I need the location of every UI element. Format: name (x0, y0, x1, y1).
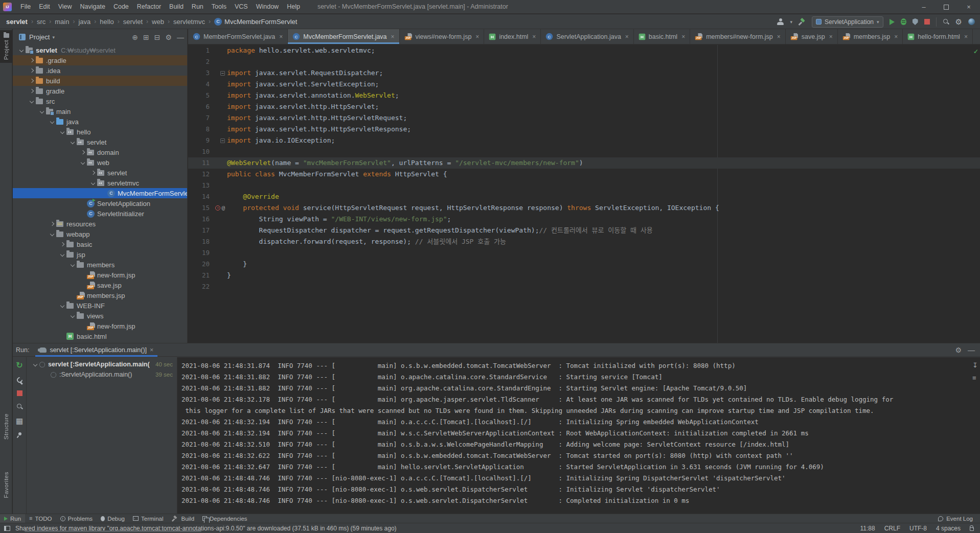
chevron-right-icon[interactable] (29, 68, 33, 73)
tree-item[interactable]: build (13, 76, 187, 86)
tree-item[interactable]: .gradle (13, 55, 187, 65)
line-ending-widget[interactable]: CRLF (884, 525, 900, 532)
chevron-right-icon[interactable] (29, 89, 33, 93)
tree-item[interactable]: basic (13, 239, 187, 249)
filter-icon[interactable] (16, 403, 23, 410)
breadcrumb-item[interactable]: java (77, 18, 92, 26)
tree-item[interactable]: java (13, 117, 187, 127)
toolwindow-button-todo[interactable]: ≡TODO (25, 514, 56, 523)
code-line[interactable]: 19 (188, 247, 980, 259)
toolwindow-button-run[interactable]: Run (0, 514, 25, 523)
code-line[interactable]: 15↑@ protected void service(HttpServletR… (188, 202, 980, 214)
editor-tab[interactable]: Hbasic.html× (634, 29, 690, 44)
chevron-right-icon[interactable] (29, 79, 33, 83)
chevron-down-icon[interactable] (33, 362, 37, 366)
run-tree-item[interactable]: :ServletApplication.main()39 sec (27, 369, 177, 380)
search-icon[interactable] (943, 18, 949, 25)
tree-item[interactable]: JSPnew-form.jsp (13, 270, 187, 280)
tree-item[interactable]: JSPmembers.jsp (13, 290, 187, 300)
run-config-select[interactable]: ServletApplication ▾ (812, 16, 883, 28)
tree-item[interactable]: views (13, 311, 187, 321)
editor-tab[interactable]: JSPsave.jsp× (786, 29, 838, 44)
close-icon[interactable]: × (625, 33, 629, 40)
tree-item[interactable]: servlet (13, 137, 187, 147)
editor-tab[interactable]: CServletApplication.java× (541, 29, 633, 44)
close-icon[interactable]: × (681, 33, 685, 40)
tree-item[interactable]: hello (13, 127, 187, 137)
tree-item[interactable]: web (13, 157, 187, 168)
close-icon[interactable]: × (150, 346, 153, 354)
code-line[interactable]: 22 (188, 281, 980, 292)
indent-widget[interactable]: 4 spaces (936, 525, 961, 532)
chevron-down-icon[interactable] (60, 252, 64, 257)
override-marker-icon[interactable]: ↑ (215, 205, 220, 211)
close-icon[interactable]: × (532, 33, 536, 40)
code-line[interactable]: 21} (188, 270, 980, 281)
toolwindow-button-terminal[interactable]: ›Terminal (129, 514, 167, 523)
tree-item[interactable]: main (13, 106, 187, 117)
expand-all-icon[interactable]: ⊞ (143, 33, 149, 41)
settings-gear-icon[interactable]: ⚙ (955, 18, 962, 26)
menu-file[interactable]: File (16, 0, 35, 14)
menu-run[interactable]: Run (188, 0, 208, 14)
tree-item[interactable]: servlet (13, 168, 187, 178)
chevron-down-icon[interactable] (39, 109, 43, 113)
code-line[interactable]: 4import javax.servlet.ServletException; (188, 79, 980, 90)
toolwindow-button-debug[interactable]: Debug (97, 514, 129, 523)
breadcrumb-item[interactable]: servlet (5, 18, 29, 26)
breadcrumb-item[interactable]: CMvcMemberFormServlet (213, 18, 298, 26)
chevron-right-icon[interactable] (50, 222, 54, 226)
run-tree-item[interactable]: servlet [:ServletApplication.main(40 sec (27, 359, 177, 369)
close-icon[interactable]: × (777, 33, 781, 40)
code-line[interactable]: 20 } (188, 259, 980, 270)
editor-tab[interactable]: JSPmembers#new-form.jsp× (690, 29, 786, 44)
hide-run-panel-icon[interactable]: — (968, 346, 975, 354)
user-icon[interactable] (777, 18, 784, 25)
code-line[interactable]: 11@WebServlet(name = "mvcMemberFormServl… (188, 157, 980, 169)
event-log-button[interactable]: Event Log (938, 516, 980, 522)
stripe-tab-structure[interactable]: Structure (0, 413, 12, 439)
pin-icon[interactable] (16, 432, 22, 438)
stop-button[interactable] (924, 19, 930, 25)
breadcrumb-item[interactable]: servlet (122, 18, 144, 26)
encoding-widget[interactable]: UTF-8 (909, 525, 927, 532)
tree-item[interactable]: JSPsave.jsp (13, 280, 187, 290)
chevron-right-icon[interactable] (29, 58, 33, 62)
soft-wrap-icon[interactable]: ≡ (972, 374, 978, 382)
stripe-tab-favorites[interactable]: Favorites (0, 472, 12, 498)
close-icon[interactable]: × (964, 33, 968, 40)
code-line[interactable]: 17 RequestDispatcher dispatcher = reques… (188, 225, 980, 236)
chevron-down-icon[interactable] (50, 232, 54, 236)
code-line[interactable]: 18 dispatcher.forward(request, response)… (188, 236, 980, 247)
menu-navigate[interactable]: Navigate (76, 0, 109, 14)
menu-edit[interactable]: Edit (35, 0, 54, 14)
menu-help[interactable]: Help (283, 0, 304, 14)
code-line[interactable]: 13 (188, 180, 980, 191)
close-icon[interactable]: × (391, 33, 395, 40)
chevron-down-icon[interactable] (60, 130, 64, 134)
tree-item[interactable]: domain (13, 147, 187, 157)
run-button[interactable] (890, 19, 895, 25)
code-line[interactable]: 12public class MvcMemberFormServlet exte… (188, 169, 980, 180)
chevron-down-icon[interactable] (60, 304, 64, 308)
menu-view[interactable]: View (54, 0, 76, 14)
maximize-button[interactable] (935, 0, 958, 14)
caret-position-widget[interactable]: 11:88 (860, 525, 875, 532)
fold-icon[interactable]: − (220, 138, 225, 143)
chevron-down-icon[interactable] (50, 120, 54, 124)
profiler-icon[interactable] (968, 18, 975, 25)
chevron-down-icon[interactable] (70, 314, 74, 318)
code-line[interactable]: 9−import java.io.IOException; (188, 135, 980, 146)
close-icon[interactable]: × (829, 33, 833, 40)
collapse-all-icon[interactable]: ⊟ (154, 33, 161, 41)
tree-item[interactable]: jsp (13, 249, 187, 260)
run-tab[interactable]: servlet [:ServletApplication.main()] × (35, 343, 157, 357)
tree-item[interactable]: servletmvc (13, 178, 187, 188)
menu-code[interactable]: Code (109, 0, 133, 14)
lock-icon[interactable] (970, 527, 974, 531)
tree-item[interactable]: members (13, 260, 187, 270)
code-line[interactable]: 3−import javax.servlet.RequestDispatcher… (188, 67, 980, 79)
chevron-down-icon[interactable] (19, 48, 23, 52)
code-line[interactable]: 2 (188, 56, 980, 67)
tree-item[interactable]: src (13, 96, 187, 106)
